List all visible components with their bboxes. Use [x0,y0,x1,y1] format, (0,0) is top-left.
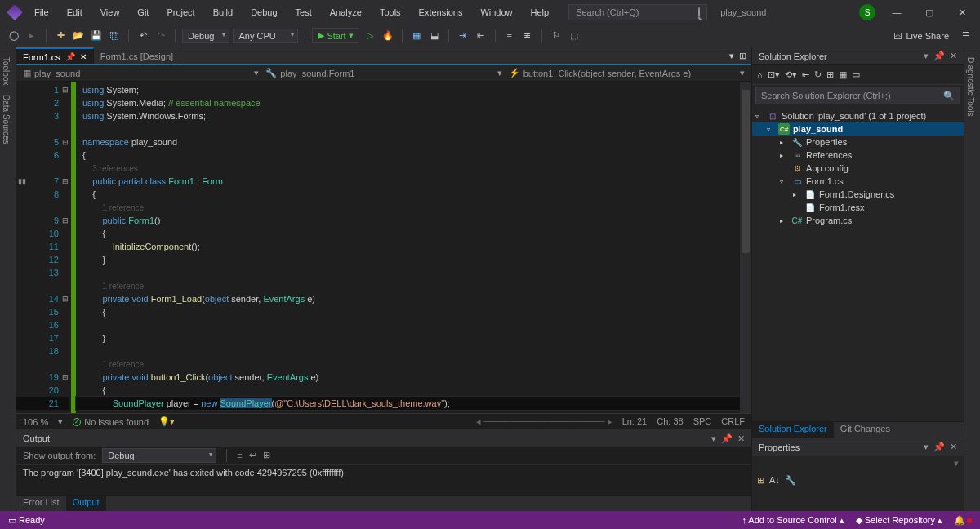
output-source-dropdown[interactable]: Debug [102,448,216,463]
data-sources-tab[interactable]: Data Sources [0,91,12,148]
codelens-refs[interactable]: 3 references [92,164,138,173]
props-wrench-icon[interactable]: 🔧 [785,475,796,486]
start-no-debug-icon[interactable]: ▷ [363,29,377,43]
redo-icon[interactable]: ↷ [154,29,168,43]
codelens-refs[interactable]: 1 reference [102,282,144,291]
code-editor[interactable]: 1⊟ 2 3 5⊟ 6 ▮▮7⊟ 8 9⊟ 10 11 12 13 14⊟ 15… [16,82,751,413]
feedback-icon[interactable]: ☰ [959,29,973,43]
add-to-scm[interactable]: ↑ Add to Source Control ▴ [742,515,844,526]
menu-git[interactable]: Git [131,4,155,20]
tree-references[interactable]: ▸▫▫ References [752,149,964,162]
codelens-refs[interactable]: 1 reference [102,203,144,212]
breadcrumb-class[interactable]: 🔧 play_sound.Form1 [265,68,490,78]
start-button[interactable]: ▶ Start ▾ [312,28,359,43]
minimize-button[interactable]: — [885,7,908,17]
tree-appconfig[interactable]: ⚙ App.config [752,162,964,175]
panel-dropdown-icon[interactable]: ▾ [711,433,716,444]
config-dropdown[interactable]: Debug [182,29,229,43]
diagnostic-tools-tab[interactable]: Diagnostic Tools [964,54,977,120]
tree-form1[interactable]: ▿▭ Form1.cs [752,175,964,188]
menu-extensions[interactable]: Extensions [412,4,470,20]
panel-pin-icon[interactable]: 📌 [721,433,733,444]
line-pos[interactable]: Ln: 21 [622,416,648,427]
line-ending[interactable]: CRLF [721,416,745,427]
tree-form1-designer[interactable]: ▸📄 Form1.Designer.cs [752,188,964,201]
codelens-refs[interactable]: 1 reference [102,360,144,369]
menu-test[interactable]: Test [289,4,318,20]
menu-window[interactable]: Window [474,4,519,20]
vertical-scrollbar[interactable] [740,82,751,413]
se-tab[interactable]: Solution Explorer [752,422,834,438]
clear-icon[interactable]: ≡ [237,451,242,460]
output-text[interactable]: The program '[3400] play_sound.exe' has … [16,465,751,495]
select-repo[interactable]: ◆ Select Repository ▴ [856,515,942,526]
alpha-icon[interactable]: A↓ [769,475,780,485]
outdent-icon[interactable]: ⇤ [474,29,488,43]
collapse-icon[interactable]: ⇤ [802,69,809,80]
tag-icon[interactable]: ⬚ [567,29,581,43]
active-files-dropdown-icon[interactable]: ▾ [729,51,734,61]
refresh-icon[interactable]: ↻ [814,69,822,80]
output-tab[interactable]: Output [66,496,106,511]
menu-debug[interactable]: Debug [244,4,283,20]
hot-reload-icon[interactable]: 🔥 [381,29,395,43]
panel-options-icon[interactable]: ⊞ [739,51,746,61]
menu-tools[interactable]: Tools [373,4,408,20]
indent-mode[interactable]: SPC [693,416,712,427]
lightbulb-icon[interactable]: 💡▾ [158,416,175,427]
tab-form1-cs[interactable]: Form1.cs 📌 ✕ [16,47,94,64]
toolbox-tab[interactable]: Toolbox [0,54,12,88]
new-project-icon[interactable]: ✚ [53,29,68,43]
sync-icon[interactable]: ⟲▾ [785,69,797,80]
forward-icon[interactable]: ▸ [24,29,39,43]
step-icon[interactable]: ⬓ [427,29,442,43]
global-search[interactable]: Search (Ctrl+Q) [568,4,707,20]
live-share-button[interactable]: ⮹ Live Share [893,31,949,41]
undo-icon[interactable]: ↶ [136,29,150,43]
properties-icon[interactable]: ▦ [839,69,847,80]
save-all-icon[interactable]: ⿻ [107,29,122,43]
open-icon[interactable]: 📂 [71,29,86,43]
menu-project[interactable]: Project [160,4,201,20]
wrap-icon[interactable]: ↩ [249,450,256,460]
menu-view[interactable]: View [94,4,127,20]
code-content[interactable]: using System; using System.Media; // ess… [76,82,740,413]
issues-indicator[interactable]: ✓ No issues found [73,417,149,427]
panel-close-icon[interactable]: ✕ [950,51,957,61]
indent-icon[interactable]: ⇥ [456,29,470,43]
props-dropdown[interactable]: ▾ [752,456,964,470]
panel-pin-icon[interactable]: 📌 [933,51,945,61]
char-pos[interactable]: Ch: 38 [657,416,683,427]
git-changes-tab[interactable]: Git Changes [834,422,897,438]
tab-form1-design[interactable]: Form1.cs [Design] [94,47,180,64]
close-button[interactable]: ✕ [951,7,973,18]
menu-build[interactable]: Build [207,4,239,20]
uncomment-icon[interactable]: ≢ [520,29,535,43]
tree-solution[interactable]: ▿⊡ Solution 'play_sound' (1 of 1 project… [752,109,964,122]
categorize-icon[interactable]: ⊞ [757,475,764,486]
panel-close-icon[interactable]: ✕ [950,442,957,452]
save-icon[interactable]: 💾 [89,29,104,43]
browser-icon[interactable]: ▦ [409,29,424,43]
menu-file[interactable]: File [28,4,56,20]
zoom-level[interactable]: 106 % [23,417,48,427]
panel-dropdown-icon[interactable]: ▾ [924,442,929,452]
toggle-icon[interactable]: ⊞ [263,450,270,460]
notifications-icon[interactable]: 🔔 [954,515,972,526]
user-badge[interactable]: S [859,4,875,20]
breadcrumb-method[interactable]: ⚡ button1_Click(object sender, EventArgs… [509,68,733,78]
home-icon[interactable]: ⌂ [757,70,763,80]
platform-dropdown[interactable]: Any CPU [233,29,298,43]
pin-icon[interactable]: 📌 [65,52,75,61]
tree-project[interactable]: ▿C# play_sound [752,122,964,136]
tree-program[interactable]: ▸C# Program.cs [752,214,964,227]
menu-edit[interactable]: Edit [60,4,89,20]
show-all-icon[interactable]: ⊞ [826,69,834,80]
breadcrumb-project[interactable]: ▦ play_sound [23,68,247,78]
panel-pin-icon[interactable]: 📌 [933,442,945,452]
back-icon[interactable]: ◯ [7,29,21,43]
preview-icon[interactable]: ▭ [852,69,860,80]
tab-close-icon[interactable]: ✕ [80,52,87,61]
se-search[interactable]: Search Solution Explorer (Ctrl+;) 🔍 [755,87,960,104]
maximize-button[interactable]: ▢ [918,7,941,18]
